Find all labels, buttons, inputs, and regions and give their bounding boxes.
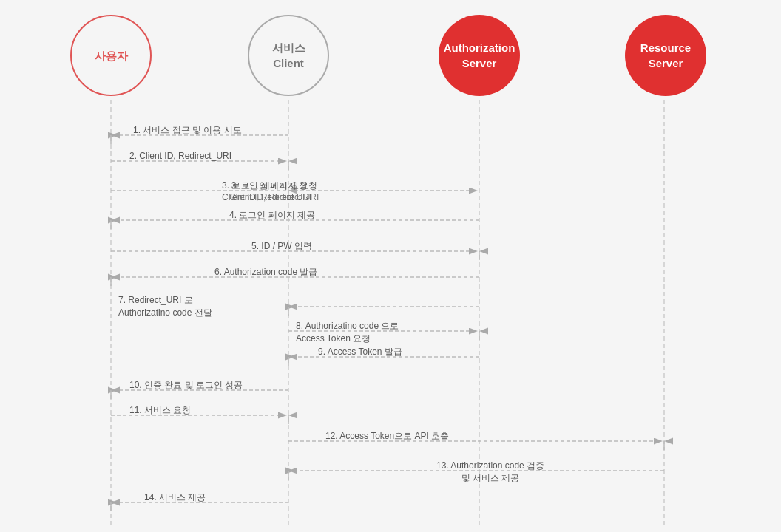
step-3-label: 3. 로그인 페이지 요청Client ID, Redirect URI [229,180,319,202]
step-11-label: 11. 서비스 요청 [129,404,191,417]
step-4-label: 4. 로그인 페이지 제공 [229,209,315,222]
step-9-label: 9. Access Token 발급 [318,346,402,358]
step-10-label: 10. 인증 완료 및 로그인 성공 [129,379,243,392]
step-5-label: 5. ID / PW 입력 [251,240,312,253]
actor-user: 사용자 [70,15,152,96]
step-8-label: 8. Authorizatino code 으로Access Token 요청 [296,320,399,345]
user-circle: 사용자 [70,15,152,96]
actor-client: 서비스Client [248,15,329,96]
auth-circle: AuthorizationServer [439,15,520,96]
step-7-label: 7. Redirect_URI 로Authorizatino code 전달 [118,294,212,319]
client-circle: 서비스Client [248,15,329,96]
step-2-label: 2. Client ID, Redirect_URI [129,151,231,161]
step-12-label: 12. Access Token으로 API 호출 [325,430,449,443]
step-1-label: 1. 서비스 접근 및 이용 시도 [133,124,242,137]
resource-circle: ResourceServer [625,15,706,96]
step-6-label: 6. Authorization code 발급 [214,266,317,279]
diagram-container: 사용자 서비스Client AuthorizationServer Resour… [0,0,781,532]
step-14-label: 14. 서비스 제공 [144,491,206,504]
actor-auth: AuthorizationServer [439,15,520,96]
actor-resource: ResourceServer [625,15,706,96]
step-13-label: 13. Authorization code 검증및 서비스 제공 [436,460,544,485]
